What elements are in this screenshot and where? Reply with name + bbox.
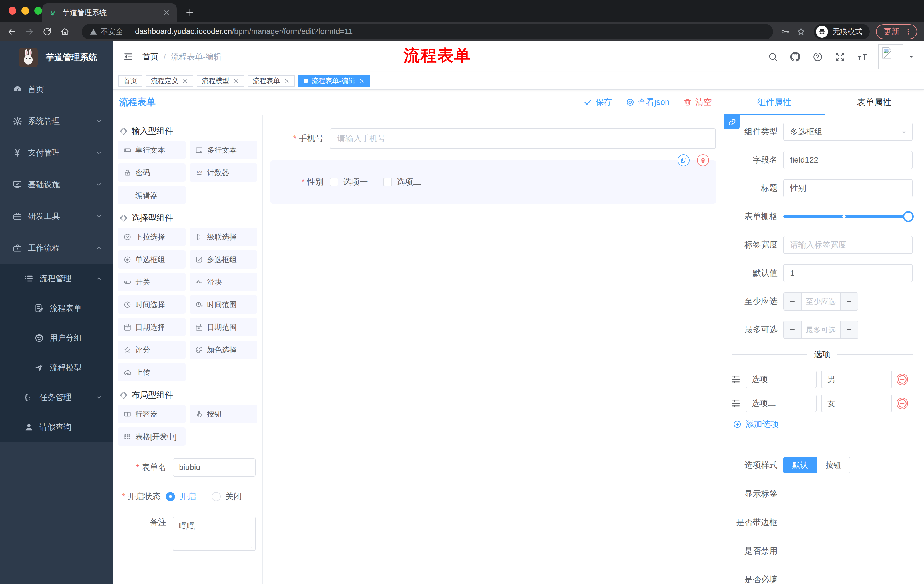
fullscreen-icon[interactable] [835, 52, 845, 62]
breadcrumb-home[interactable]: 首页 [142, 51, 158, 62]
palette-item-多行文本[interactable]: 多行文本 [190, 141, 257, 159]
browser-tab[interactable]: 芋道管理系统 [42, 3, 177, 22]
github-icon[interactable] [790, 52, 800, 62]
sidebar-item-研发工具[interactable]: 研发工具 [0, 200, 113, 232]
sidebar-item-支付管理[interactable]: 支付管理 [0, 137, 113, 169]
bookmark-star-icon[interactable] [797, 27, 806, 36]
palette-item-开关[interactable]: 开关 [118, 273, 186, 291]
sidebar-item-任务管理[interactable]: 任务管理 [0, 383, 113, 412]
palette-item-时间选择[interactable]: 时间选择 [118, 295, 186, 314]
back-icon[interactable] [7, 27, 16, 36]
sidebar-item-工作流程[interactable]: 工作流程 [0, 232, 113, 264]
tag-流程表单[interactable]: 流程表单 [248, 75, 295, 87]
palette-item-计数器[interactable]: 123计数器 [190, 163, 257, 182]
gender-widget-selected[interactable]: 性别 选项一选项二 [271, 160, 716, 204]
tag-流程定义[interactable]: 流程定义 [146, 75, 193, 87]
tag-close-icon[interactable] [284, 78, 290, 84]
sidebar-item-流程表单[interactable]: 流程表单 [0, 293, 113, 323]
search-icon[interactable] [768, 52, 778, 62]
tag-流程表单-编辑[interactable]: 流程表单-编辑 [299, 75, 370, 87]
palette-item-单选框组[interactable]: 单选框组 [118, 250, 186, 268]
sidebar-item-基础设施[interactable]: 基础设施 [0, 169, 113, 200]
status-radio-关闭[interactable]: 关闭 [211, 491, 242, 502]
font-size-icon[interactable] [857, 52, 867, 62]
palette-item-单行文本[interactable]: 单行文本 [118, 141, 186, 159]
minimize-window-button[interactable] [21, 7, 29, 15]
sidebar-collapse-icon[interactable] [123, 51, 134, 62]
label-width-input[interactable]: 请输入标签宽度 [783, 236, 912, 254]
palette-item-表格[开发中][interactable]: 表格[开发中] [118, 428, 186, 446]
phone-field-input[interactable]: 请输入手机号 [330, 128, 716, 149]
stepper-decrease-button[interactable] [784, 293, 802, 310]
status-radio-开启[interactable]: 开启 [166, 491, 196, 502]
close-window-button[interactable] [8, 7, 16, 15]
palette-item-按钮[interactable]: 按钮 [190, 405, 257, 423]
checkbox[interactable] [330, 178, 338, 186]
palette-item-下拉选择[interactable]: 下拉选择 [118, 228, 186, 246]
palette-item-多选框组[interactable]: 多选框组 [190, 250, 257, 268]
forward-icon[interactable] [25, 27, 34, 36]
drag-handle-icon[interactable] [731, 374, 741, 385]
add-option-button[interactable]: 添加选项 [733, 419, 912, 430]
clear-button[interactable]: 清空 [683, 97, 712, 108]
inspector-tab-表单属性[interactable]: 表单属性 [824, 90, 924, 115]
palette-item-日期选择[interactable]: 日期选择 [118, 318, 186, 336]
title-input[interactable]: 性别 [783, 179, 912, 197]
tag-首页[interactable]: 首页 [118, 75, 142, 87]
palette-item-滑块[interactable]: 滑块 [190, 273, 257, 291]
palette-item-密码[interactable]: 密码 [118, 163, 186, 182]
sidebar-item-用户分组[interactable]: 用户分组 [0, 323, 113, 353]
sidebar-item-系统管理[interactable]: 系统管理 [0, 105, 113, 137]
link-badge[interactable] [724, 115, 740, 130]
palette-item-时间范围[interactable]: 时间范围 [190, 295, 257, 314]
sidebar-logo[interactable]: 芋道管理系统 [0, 41, 113, 73]
option-style-默认[interactable]: 默认 [783, 457, 817, 474]
palette-item-上传[interactable]: 上传 [118, 363, 186, 382]
gender-option-选项一[interactable]: 选项一 [330, 176, 368, 188]
sidebar-item-首页[interactable]: 首页 [0, 73, 113, 105]
avatar-caret-icon[interactable] [908, 54, 914, 60]
palette-item-编辑器[interactable]: 编辑器 [118, 186, 186, 204]
sidebar-item-流程管理[interactable]: 流程管理 [0, 264, 113, 293]
remove-option-button[interactable] [896, 374, 908, 385]
home-icon[interactable] [60, 27, 70, 36]
sidebar-item-流程模型[interactable]: 流程模型 [0, 353, 113, 383]
option-style-按钮[interactable]: 按钮 [817, 457, 850, 474]
option-label-input[interactable]: 选项一 [746, 370, 817, 388]
form-name-input[interactable]: biubiu [173, 458, 256, 477]
tag-流程模型[interactable]: 流程模型 [197, 75, 244, 87]
gender-option-选项二[interactable]: 选项二 [383, 176, 421, 188]
palette-item-行容器[interactable]: 行容器 [118, 405, 186, 423]
palette-item-级联选择[interactable]: 级联选择 [190, 228, 257, 246]
browser-update-button[interactable]: 更新 [876, 24, 917, 39]
remove-option-button[interactable] [896, 398, 908, 409]
sidebar-item-请假查询[interactable]: 请假查询 [0, 412, 113, 442]
tab-close-icon[interactable] [162, 8, 170, 16]
palette-item-日期范围[interactable]: 日期范围 [190, 318, 257, 336]
tag-close-icon[interactable] [182, 78, 188, 84]
maximize-window-button[interactable] [34, 7, 42, 15]
component-type-select[interactable]: 多选框组 [783, 123, 912, 141]
min-select-placeholder[interactable]: 至少应选 [802, 293, 840, 310]
address-bar[interactable]: 不安全 dashboard.yudao.iocoder.cn/bpm/manag… [82, 24, 773, 39]
avatar[interactable] [878, 44, 903, 69]
option-value-input[interactable]: 男 [821, 370, 892, 388]
stepper-increase-button[interactable] [840, 321, 858, 338]
slider-handle[interactable] [903, 211, 914, 222]
stepper-decrease-button[interactable] [784, 321, 802, 338]
max-select-placeholder[interactable]: 最多可选 [802, 321, 840, 338]
default-value-input[interactable]: 1 [783, 264, 912, 282]
new-tab-button[interactable] [185, 7, 195, 18]
save-button[interactable]: 保存 [584, 97, 612, 108]
help-icon[interactable] [812, 52, 823, 62]
delete-widget-button[interactable] [697, 154, 709, 166]
palette-item-颜色选择[interactable]: 颜色选择 [190, 341, 257, 359]
resize-grip-icon[interactable] [248, 543, 253, 549]
option-value-input[interactable]: 女 [821, 395, 892, 412]
inspector-tab-组件属性[interactable]: 组件属性 [724, 90, 824, 115]
checkbox[interactable] [383, 178, 392, 186]
palette-item-评分[interactable]: 评分 [118, 341, 186, 359]
remark-textarea[interactable]: 嘿嘿 [173, 517, 256, 551]
view-json-button[interactable]: 查看json [626, 97, 670, 108]
password-key-icon[interactable] [780, 27, 790, 36]
